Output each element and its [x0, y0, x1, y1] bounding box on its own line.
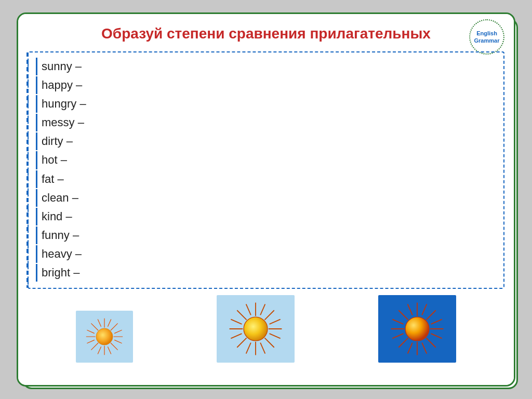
svg-point-50 — [405, 317, 429, 341]
svg-line-5 — [111, 324, 118, 331]
svg-line-14 — [87, 340, 94, 343]
svg-line-49 — [431, 334, 442, 338]
slide-title: Образуй степени сравнения прилагательных — [101, 25, 431, 42]
word-item-9: funny – — [36, 227, 496, 244]
word-item-11: bright – — [36, 264, 496, 282]
sun-icon-medium — [227, 300, 284, 357]
svg-line-9 — [108, 320, 111, 327]
sun-icon-large — [389, 300, 446, 357]
sun-small — [76, 311, 133, 363]
grammar-badge: English Grammar — [469, 19, 504, 55]
word-item-5: hot – — [36, 151, 496, 169]
svg-line-25 — [246, 304, 251, 315]
svg-line-38 — [399, 310, 408, 320]
slide-inner: Образуй степени сравнения прилагательных… — [18, 14, 514, 385]
svg-line-10 — [98, 347, 101, 354]
word-item-1: happy – — [36, 76, 496, 94]
svg-point-16 — [96, 328, 113, 345]
svg-line-27 — [246, 343, 251, 354]
svg-line-13 — [114, 330, 122, 333]
svg-line-26 — [260, 304, 265, 315]
svg-line-46 — [393, 320, 404, 324]
svg-line-32 — [270, 334, 281, 338]
svg-line-28 — [260, 343, 265, 354]
sun-icon-small — [84, 316, 125, 357]
svg-line-23 — [237, 338, 246, 348]
title-area: Образуй степени сравнения прилагательных… — [18, 14, 514, 47]
word-item-3: messy – — [36, 114, 496, 131]
svg-line-22 — [264, 310, 274, 320]
word-item-10: heavy – — [36, 245, 496, 263]
slide-outer: Образуй степени сравнения прилагательных… — [17, 12, 515, 387]
svg-line-45 — [422, 343, 427, 354]
svg-line-21 — [237, 310, 246, 320]
svg-line-8 — [98, 320, 101, 327]
sun-large — [378, 295, 456, 363]
badge-line2: Grammar — [474, 37, 500, 44]
word-item-6: fat – — [36, 170, 496, 188]
word-item-8: kind – — [36, 208, 496, 225]
word-item-7: clean – — [36, 189, 496, 207]
svg-line-15 — [114, 340, 122, 343]
svg-line-31 — [231, 334, 242, 338]
svg-line-30 — [270, 320, 281, 324]
svg-line-47 — [431, 320, 442, 324]
word-item-0: sunny – — [36, 58, 496, 75]
svg-line-29 — [231, 320, 242, 324]
svg-line-41 — [427, 338, 436, 348]
svg-line-4 — [91, 324, 98, 331]
svg-point-33 — [244, 317, 268, 341]
content-area: sunny –happy –hungry –messy –dirty –hot … — [28, 51, 504, 289]
suns-area — [18, 293, 514, 367]
svg-line-24 — [264, 338, 274, 348]
word-item-2: hungry – — [36, 95, 496, 113]
sun-medium — [217, 295, 295, 363]
svg-line-40 — [399, 338, 408, 348]
svg-line-48 — [393, 334, 404, 338]
badge-line1: English — [476, 30, 497, 37]
svg-line-12 — [87, 330, 94, 333]
svg-line-42 — [408, 304, 413, 315]
svg-line-39 — [427, 310, 436, 320]
svg-line-44 — [408, 343, 413, 354]
svg-line-7 — [111, 343, 118, 350]
word-list: sunny –happy –hungry –messy –dirty –hot … — [36, 58, 496, 282]
svg-line-43 — [422, 304, 427, 315]
word-item-4: dirty – — [36, 132, 496, 150]
svg-line-11 — [108, 347, 111, 354]
svg-line-6 — [91, 343, 98, 350]
